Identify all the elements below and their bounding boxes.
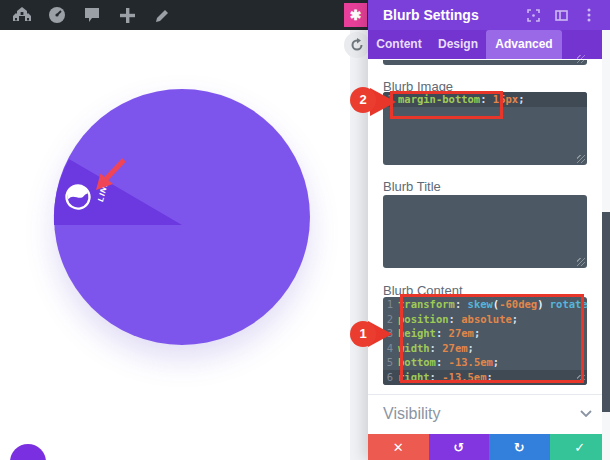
settings-tab-bar: Content Design Advanced <box>368 30 610 59</box>
code-line[interactable]: 5bottom: -13.5em; <box>383 355 587 370</box>
code-editor-blurb-title[interactable] <box>383 195 587 268</box>
code-line[interactable]: 3height: 27em; <box>383 326 587 341</box>
builder-options-button[interactable] <box>10 444 46 460</box>
tab-advanced[interactable]: Advanced <box>486 30 562 59</box>
field-label-blurb-content: Blurb Content <box>383 283 463 298</box>
rotate-icon <box>350 38 364 52</box>
tab-design[interactable]: Design <box>430 30 486 59</box>
dock-panel-icon[interactable] <box>550 6 572 24</box>
more-options-icon[interactable] <box>578 6 600 24</box>
new-content-icon[interactable] <box>117 5 137 25</box>
my-sites-icon[interactable] <box>12 5 32 25</box>
field-label-blurb-title: Blurb Title <box>383 179 441 194</box>
panel-scrollbar-thumb[interactable] <box>602 212 610 412</box>
dashboard-gauge-icon[interactable] <box>47 5 67 25</box>
save-button[interactable]: ✓ <box>550 434 610 460</box>
visibility-section-toggle[interactable]: Visibility <box>368 395 610 432</box>
code-editor-blurb-content[interactable]: 1transform: skew(-60deg) rotate(-75deg);… <box>383 297 587 385</box>
code-box-partial[interactable] <box>383 60 587 65</box>
settings-footer: ✕ ↺ ↻ ✓ <box>368 434 610 460</box>
code-line[interactable]: 1transform: skew(-60deg) rotate(-75deg); <box>383 297 587 312</box>
discard-button[interactable]: ✕ <box>368 434 429 460</box>
visibility-label: Visibility <box>383 405 580 423</box>
edit-pencil-icon[interactable] <box>152 5 172 25</box>
comments-icon[interactable] <box>82 5 102 25</box>
divi-builder-toggle[interactable]: ✱ <box>344 3 367 27</box>
blurb-settings-panel: Blurb Settings Content Des <box>368 0 610 460</box>
undo-button[interactable]: ↺ <box>429 434 490 460</box>
code-line[interactable]: 6right: -13.5em; <box>383 370 587 385</box>
chevron-down-icon <box>580 410 592 417</box>
blurb-circle-module[interactable] <box>54 89 310 345</box>
builder-round-control[interactable] <box>344 32 370 58</box>
tab-content[interactable]: Content <box>368 30 430 59</box>
divi-builder-screen: LINK <box>0 0 610 460</box>
blurb-bowl-icon[interactable] <box>63 182 93 212</box>
code-line[interactable]: 4width: 27em; <box>383 341 587 356</box>
page-canvas: LINK <box>0 30 368 460</box>
canvas-gutter <box>350 30 368 460</box>
code-editor-blurb-image[interactable]: 1margin-bottom: 15px; <box>383 92 587 165</box>
panel-header[interactable]: Blurb Settings <box>368 0 610 30</box>
panel-title: Blurb Settings <box>383 7 516 23</box>
wp-admin-bar <box>0 0 368 30</box>
expand-panel-icon[interactable] <box>522 6 544 24</box>
redo-button[interactable]: ↻ <box>489 434 550 460</box>
code-line[interactable]: 1margin-bottom: 15px; <box>383 92 587 107</box>
code-line[interactable]: 2position: absolute; <box>383 312 587 327</box>
panel-body: Blurb Image 1margin-bottom: 15px; Blurb … <box>368 59 610 432</box>
